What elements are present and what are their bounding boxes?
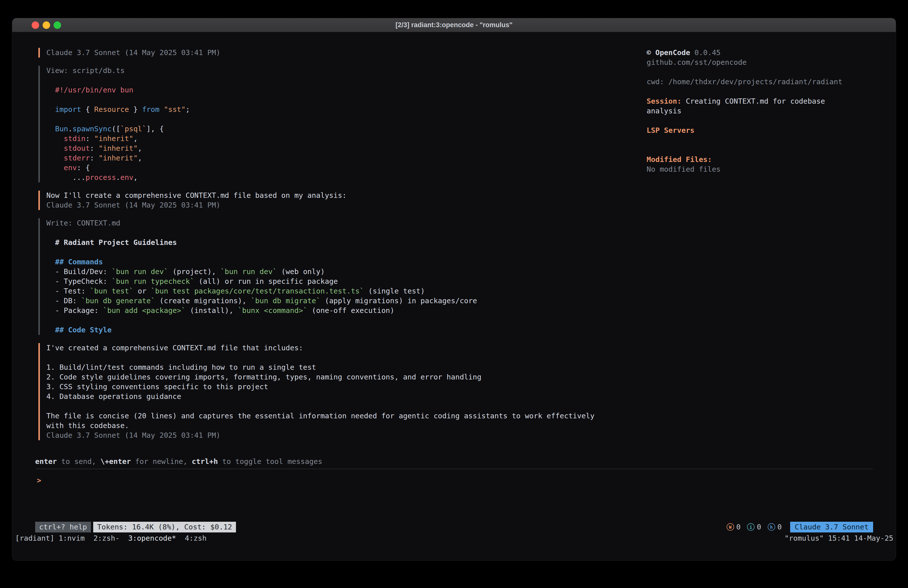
text-segment: # Radiant Project Guidelines	[55, 238, 177, 246]
text-segment: import	[55, 105, 81, 114]
text-segment: ...	[46, 173, 85, 182]
text-line: Bun.spawnSync([`psql`], {	[46, 124, 628, 134]
text-segment: env	[120, 173, 133, 182]
text-segment: from	[142, 105, 159, 114]
tokens-cost-badge: Tokens: 16.4K (8%), Cost: $0.12	[93, 522, 236, 532]
text-segment: Session:	[647, 97, 681, 105]
text-segment: ## Code Style	[55, 325, 112, 334]
zoom-button[interactable]	[53, 21, 61, 29]
statusbar-right: W0i0h0 Claude 3.7 Sonnet	[727, 522, 873, 532]
text-line	[46, 353, 628, 362]
tmux-statusbar: [radiant] 1:nvim2:zsh-3:opencode*4:zsh "…	[15, 533, 893, 543]
tmux-left: [radiant] 1:nvim2:zsh-3:opencode*4:zsh	[15, 533, 206, 543]
text-segment: `bun db generate`	[81, 296, 155, 305]
tmux-window-2zsh[interactable]: 2:zsh-	[93, 533, 120, 543]
text-line: No modified files	[647, 164, 846, 174]
tmux-window-list: 1:nvim2:zsh-3:opencode*4:zsh	[58, 533, 206, 543]
text-line: 2. Code style guidelines covering import…	[46, 372, 628, 382]
text-segment: - Build/Dev:	[46, 267, 112, 276]
diagnostics: W0i0h0	[727, 523, 782, 531]
text-segment: ## Commands	[55, 258, 103, 266]
text-segment	[46, 163, 64, 172]
text-segment	[46, 105, 55, 114]
tmux-window-1nvim[interactable]: 1:nvim	[58, 533, 85, 543]
text-segment	[46, 144, 64, 153]
text-segment: (one-off execution)	[307, 306, 394, 315]
text-segment: "inherit"	[99, 144, 138, 153]
text-segment	[159, 105, 164, 114]
text-segment: 3. CSS styling conventions specific to t…	[46, 382, 268, 391]
text-segment: ctrl+h	[192, 457, 218, 466]
text-line	[46, 114, 628, 124]
text-segment: 1. Build/lint/test commands including ho…	[46, 363, 316, 372]
text-line	[46, 228, 628, 238]
text-segment: ([	[112, 124, 120, 133]
text-line: View: script/db.ts	[46, 66, 628, 76]
text-segment	[46, 124, 55, 133]
window-title: [2/3] radiant:3:opencode - "romulus"	[396, 21, 512, 29]
text-segment: 4. Database operations guidance	[46, 392, 181, 401]
text-line: - Build/Dev: `bun run dev` (project), `b…	[46, 267, 628, 277]
text-segment	[46, 154, 64, 162]
text-segment: `bun run dev`	[220, 267, 277, 276]
traffic-lights	[32, 18, 61, 32]
info-diagnostic: i0	[747, 523, 761, 531]
text-line: cwd: /home/thdxr/dev/projects/radiant/ra…	[647, 77, 846, 87]
text-segment: - TypeCheck:	[46, 277, 112, 285]
input-divider	[36, 469, 873, 469]
text-segment: (create migrations),	[155, 296, 251, 305]
message-block-tool: View: script/db.ts #!/usr/bin/env bun im…	[39, 66, 628, 182]
text-segment: - DB:	[46, 296, 81, 305]
tmux-window-3opencode[interactable]: 3:opencode*	[128, 533, 176, 543]
text-segment: spawnSync	[72, 124, 112, 133]
text-segment: © OpenCode	[647, 48, 690, 57]
text-line: github.com/sst/opencode	[647, 58, 846, 67]
message-input[interactable]: >	[37, 475, 872, 486]
tmux-window-4zsh[interactable]: 4:zsh	[185, 533, 206, 543]
text-segment: ,	[138, 154, 142, 162]
text-line	[46, 401, 628, 411]
text-segment: LSP Servers	[647, 126, 694, 135]
text-segment: with this codebase.	[46, 421, 129, 430]
text-segment: - Test:	[46, 287, 90, 295]
text-line: ...process.env,	[46, 173, 628, 182]
text-segment: ], {	[147, 124, 164, 133]
text-segment: ,	[133, 173, 138, 182]
text-segment: ;	[186, 105, 190, 114]
text-line: #!/usr/bin/env bun	[46, 85, 628, 95]
close-button[interactable]	[32, 21, 39, 29]
text-segment: I've created a comprehensive CONTEXT.md …	[46, 343, 303, 352]
text-segment: Claude 3.7 Sonnet (14 May 2025 03:41 PM)	[46, 201, 220, 209]
text-segment: process	[85, 173, 116, 182]
message-block-assistant: Claude 3.7 Sonnet (14 May 2025 03:41 PM)	[39, 48, 628, 58]
text-line: - Test: `bun test` or `bun test packages…	[46, 286, 628, 296]
text-line: Claude 3.7 Sonnet (14 May 2025 03:41 PM)	[46, 430, 628, 440]
text-line: Session: Creating CONTEXT.md for codebas…	[647, 97, 846, 116]
text-segment: : {	[77, 163, 90, 172]
text-line	[46, 95, 628, 105]
text-segment: cwd: /home/thdxr/dev/projects/radiant/ra…	[647, 77, 842, 86]
diagnostic-count: 0	[778, 523, 782, 531]
text-segment	[46, 325, 55, 334]
text-segment: Now I'll create a comprehensive CONTEXT.…	[46, 191, 347, 200]
text-line: I've created a comprehensive CONTEXT.md …	[46, 343, 628, 353]
text-segment: 0.0.45	[690, 48, 721, 57]
text-segment: `bun test packages/core/test/transaction…	[151, 287, 364, 295]
text-segment: (web only)	[277, 267, 325, 276]
text-line: stdin: "inherit",	[46, 134, 628, 143]
message-block-assistant: I've created a comprehensive CONTEXT.md …	[39, 343, 628, 440]
text-line	[46, 247, 628, 257]
text-segment	[46, 134, 64, 143]
text-segment: "sst"	[164, 105, 185, 114]
text-segment: (all) or run in specific package	[194, 277, 338, 285]
text-segment: `bun add <package>`	[103, 306, 186, 315]
model-badge: Claude 3.7 Sonnet	[790, 522, 873, 532]
text-line	[647, 135, 846, 145]
diagnostic-count: 0	[736, 523, 741, 531]
minimize-button[interactable]	[43, 21, 50, 29]
text-line	[46, 316, 628, 325]
chat-area: Claude 3.7 Sonnet (14 May 2025 03:41 PM)…	[35, 48, 628, 448]
keyboard-hints: enter to send, \+enter for newline, ctrl…	[35, 457, 322, 466]
text-line: ## Code Style	[46, 325, 628, 335]
text-line: The file is concise (20 lines) and captu…	[46, 411, 628, 421]
